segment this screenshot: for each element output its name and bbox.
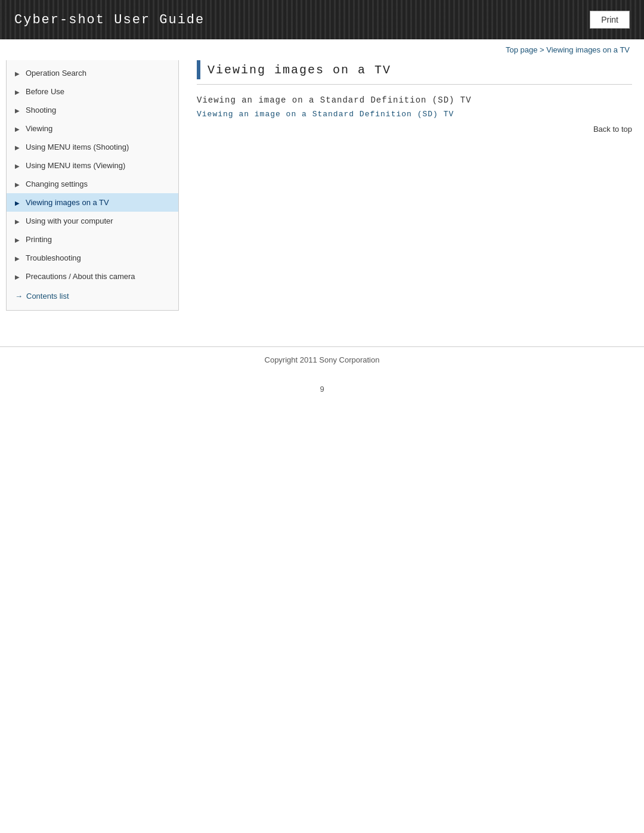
print-button[interactable]: Print	[590, 11, 630, 29]
sidebar-item-label: Shooting	[26, 106, 56, 114]
sidebar-item-shooting[interactable]: ▶ Shooting	[7, 101, 178, 119]
arrow-icon: ▶	[15, 200, 21, 206]
arrow-icon: ▶	[15, 237, 21, 243]
sidebar-item-label: Before Use	[26, 87, 64, 96]
breadcrumb-separator: >	[537, 45, 546, 54]
sidebar-item-using-menu-shooting[interactable]: ▶ Using MENU items (Shooting)	[7, 138, 178, 156]
breadcrumb-top-link[interactable]: Top page	[506, 45, 538, 54]
arrow-icon: ▶	[15, 89, 21, 95]
arrow-icon: ▶	[15, 126, 21, 132]
sidebar-item-printing[interactable]: ▶ Printing	[7, 230, 178, 249]
page-number: 9	[0, 385, 644, 394]
arrow-right-icon: →	[15, 292, 23, 301]
arrow-icon: ▶	[15, 163, 21, 169]
content-area: Viewing images on a TV Viewing an image …	[191, 60, 638, 134]
sidebar-item-label: Changing settings	[26, 179, 88, 188]
arrow-icon: ▶	[15, 181, 21, 187]
arrow-icon: ▶	[15, 107, 21, 113]
page-title: Viewing images on a TV	[208, 63, 391, 77]
sidebar-item-label: Using with your computer	[26, 216, 113, 225]
sidebar-item-troubleshooting[interactable]: ▶ Troubleshooting	[7, 249, 178, 267]
app-title: Cyber-shot User Guide	[14, 13, 205, 27]
arrow-icon: ▶	[15, 218, 21, 224]
sidebar-item-precautions[interactable]: ▶ Precautions / About this camera	[7, 267, 178, 286]
header: Cyber-shot User Guide Print	[0, 0, 644, 39]
section-heading: Viewing an image on a Standard Definitio…	[197, 95, 632, 105]
contents-list-link[interactable]: Contents list	[26, 292, 69, 301]
breadcrumb-current-link[interactable]: Viewing images on a TV	[546, 45, 630, 54]
sidebar-item-changing-settings[interactable]: ▶ Changing settings	[7, 175, 178, 193]
sidebar-item-using-computer[interactable]: ▶ Using with your computer	[7, 212, 178, 230]
title-accent	[197, 60, 200, 79]
sidebar-item-viewing[interactable]: ▶ Viewing	[7, 119, 178, 138]
section-link[interactable]: Viewing an image on a Standard Definitio…	[197, 110, 454, 119]
sidebar-item-operation-search[interactable]: ▶ Operation Search	[7, 64, 178, 82]
sidebar-item-before-use[interactable]: ▶ Before Use	[7, 82, 178, 101]
arrow-icon: ▶	[15, 274, 21, 280]
sidebar-item-label: Printing	[26, 235, 52, 244]
arrow-icon: ▶	[15, 255, 21, 261]
sidebar-item-label: Viewing images on a TV	[26, 198, 109, 207]
copyright-text: Copyright 2011 Sony Corporation	[265, 355, 380, 364]
sidebar-footer-contents-list[interactable]: → Contents list	[7, 286, 178, 306]
back-to-top: Back to top	[197, 125, 632, 134]
page-footer: Copyright 2011 Sony Corporation	[0, 346, 644, 373]
sidebar-item-label: Viewing	[26, 124, 52, 133]
sidebar-item-label: Using MENU items (Viewing)	[26, 161, 125, 170]
page-title-bar: Viewing images on a TV	[197, 60, 632, 85]
back-to-top-link[interactable]: Back to top	[593, 125, 632, 134]
arrow-icon: ▶	[15, 144, 21, 150]
sidebar-item-label: Operation Search	[26, 69, 86, 78]
sidebar-item-label: Using MENU items (Shooting)	[26, 143, 129, 151]
main-layout: ▶ Operation Search ▶ Before Use ▶ Shooti…	[0, 60, 644, 311]
arrow-icon: ▶	[15, 70, 21, 76]
sidebar-item-label: Precautions / About this camera	[26, 272, 135, 281]
breadcrumb: Top page > Viewing images on a TV	[0, 39, 644, 60]
sidebar: ▶ Operation Search ▶ Before Use ▶ Shooti…	[6, 60, 179, 311]
sidebar-item-label: Troubleshooting	[26, 253, 81, 262]
sidebar-item-viewing-images-tv[interactable]: ▶ Viewing images on a TV	[7, 193, 178, 212]
sidebar-item-using-menu-viewing[interactable]: ▶ Using MENU items (Viewing)	[7, 156, 178, 175]
